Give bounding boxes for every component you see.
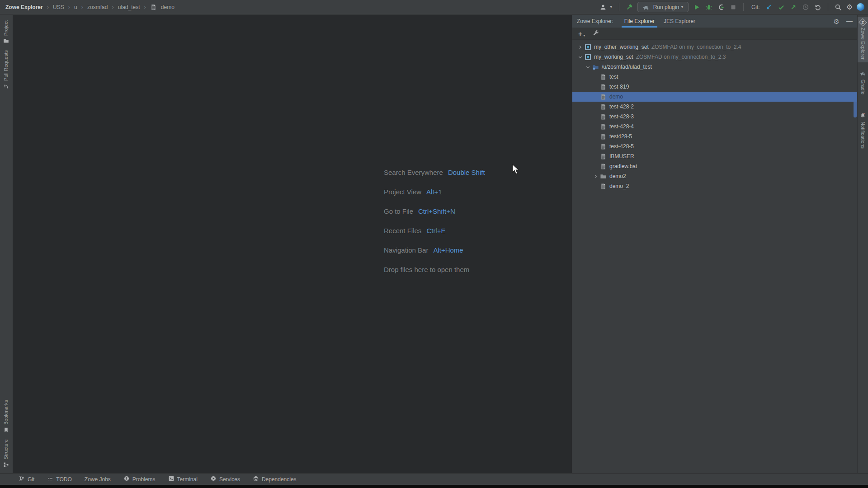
- git-push-button[interactable]: [789, 3, 797, 11]
- shortcut-label: Recent Files: [384, 227, 421, 235]
- settings-gear-icon[interactable]: ⚙: [846, 4, 853, 11]
- tree-row-demo-2[interactable]: demo_2: [572, 181, 857, 191]
- git-commit-button[interactable]: [777, 3, 785, 11]
- tree-row-ibmuser[interactable]: IBMUSER: [572, 151, 857, 161]
- rollback-button[interactable]: [814, 3, 822, 11]
- uss-file-icon: [599, 133, 607, 140]
- working-set-icon: [584, 43, 591, 51]
- chevron-right-icon[interactable]: [591, 174, 599, 179]
- toolwindow-button-label: TODO: [56, 476, 71, 483]
- panel-title: Zowe Explorer:: [577, 18, 613, 24]
- tree-item-label: test428-5: [609, 133, 632, 140]
- status-strip: [0, 485, 868, 488]
- run-button[interactable]: [693, 3, 701, 11]
- uss-file-icon: [599, 73, 607, 80]
- shortcut-row: Navigation Bar Alt+Home: [384, 246, 485, 254]
- tree-row-test-428-4[interactable]: test-428-4: [572, 122, 857, 131]
- todo-list-icon: [47, 475, 53, 483]
- breadcrumb-item-demo[interactable]: demo: [161, 4, 175, 10]
- breadcrumb-item-zowe-explorer[interactable]: Zowe Explorer: [5, 4, 43, 10]
- tab-jes-explorer[interactable]: JES Explorer: [659, 15, 700, 28]
- uss-file-icon: [599, 83, 607, 90]
- working-set-icon: [584, 53, 591, 61]
- chevron-right-icon[interactable]: [576, 45, 584, 50]
- sidebar-item-bookmarks[interactable]: Bookmarks: [3, 397, 9, 436]
- add-profile-button[interactable]: +▼: [578, 30, 586, 38]
- toolbar-divider: [828, 3, 828, 11]
- toolwindow-button-zowe-jobs[interactable]: Zowe Jobs: [78, 474, 117, 485]
- breadcrumb-item-uss[interactable]: USS: [53, 4, 64, 10]
- tree-row-test-819[interactable]: test-819: [572, 82, 857, 92]
- run-configuration-label: Run plugin: [653, 4, 679, 10]
- file-icon: [150, 3, 157, 11]
- toolwindow-button-problems[interactable]: Problems: [117, 474, 162, 485]
- ide-sphere-icon[interactable]: [857, 3, 864, 11]
- stop-button[interactable]: [729, 3, 737, 11]
- user-icon[interactable]: [599, 3, 607, 11]
- git-update-button[interactable]: [765, 3, 773, 11]
- tree-item-label: test-428-3: [609, 113, 634, 120]
- right-stripe-group: ZZowe ExplorerGradleNotifications: [858, 17, 868, 151]
- tree-item-label: my_working_set: [594, 54, 633, 60]
- run-configuration-select[interactable]: Run plugin ▼: [637, 2, 689, 12]
- minimize-panel-icon[interactable]: —: [846, 18, 853, 24]
- panel-settings-gear-icon[interactable]: ⚙: [834, 18, 840, 25]
- tree-item-label: IBMUSER: [609, 153, 634, 160]
- toolwindow-button-dependencies[interactable]: Dependencies: [246, 474, 303, 485]
- shortcut-keys: Alt+1: [426, 188, 442, 196]
- left-tool-stripe: ProjectPull Requests BookmarksStructure: [0, 15, 12, 473]
- tree-scrollbar-thumb[interactable]: [854, 94, 857, 117]
- problems-icon: [123, 475, 130, 483]
- zowe-explorer-panel: Zowe Explorer: File Explorer JES Explore…: [572, 15, 857, 473]
- uss-file-icon: [599, 123, 607, 130]
- shortcut-row: Go to File Ctrl+Shift+N: [384, 207, 485, 215]
- tree-row--u-zosmfad-ulad-test[interactable]: /u/zosmfad/ulad_test: [572, 62, 857, 72]
- run-coverage-button[interactable]: [717, 3, 725, 11]
- toolwindow-button-git[interactable]: Git: [12, 474, 41, 485]
- tree-row-test[interactable]: test: [572, 72, 857, 82]
- sidebar-item-label: Project: [3, 20, 9, 36]
- search-everywhere-icon[interactable]: [834, 3, 842, 11]
- tree-row-test-428-3[interactable]: test-428-3: [572, 112, 857, 122]
- tree-row-test428-5[interactable]: test428-5: [572, 131, 857, 141]
- tree-item-label: demo_2: [609, 183, 629, 189]
- toolwindow-button-services[interactable]: Services: [204, 474, 246, 485]
- sidebar-item-project[interactable]: Project: [3, 18, 9, 47]
- toolwindow-button-terminal[interactable]: Terminal: [162, 474, 204, 485]
- sidebar-item-label: Gradle: [860, 80, 866, 94]
- tree-row-demo[interactable]: demo: [572, 92, 857, 102]
- wrench-icon[interactable]: [592, 29, 600, 38]
- tree-row-test-428-5[interactable]: test-428-5: [572, 141, 857, 151]
- sidebar-item-gradle[interactable]: Gradle: [860, 68, 866, 97]
- tree-row-my-other-working-set[interactable]: my_other_working_setZOSMFAD on my_connec…: [572, 42, 857, 52]
- tree-row-gradlew-bat[interactable]: gradlew.bat: [572, 161, 857, 171]
- terminal-icon: [168, 475, 175, 483]
- toolwindow-button-todo[interactable]: TODO: [41, 474, 78, 485]
- debug-button[interactable]: [705, 3, 713, 11]
- folder-icon: [599, 173, 607, 180]
- breadcrumb-item-zosmfad[interactable]: zosmfad: [87, 4, 108, 10]
- shortcut-label: Go to File: [384, 207, 413, 215]
- chevron-down-icon: ▼: [680, 5, 684, 9]
- tree-item-label: test-428-5: [609, 143, 634, 150]
- build-hammer-icon[interactable]: [625, 3, 633, 11]
- editor-empty-area[interactable]: Search Everywhere Double Shift Project V…: [13, 15, 572, 473]
- breadcrumb-item-u[interactable]: u: [74, 4, 77, 10]
- sidebar-item-structure[interactable]: Structure: [3, 436, 9, 471]
- left-stripe-top-group: ProjectPull Requests: [0, 18, 12, 93]
- tree-row-test-428-2[interactable]: test-428-2: [572, 102, 857, 112]
- chevron-down-icon[interactable]: [576, 55, 584, 60]
- sidebar-item-notifications[interactable]: Notifications: [860, 110, 866, 151]
- chevron-down-icon[interactable]: [584, 65, 592, 70]
- breadcrumb-separator-icon: ›: [68, 4, 70, 10]
- history-button[interactable]: [802, 3, 810, 11]
- tree-row-demo2[interactable]: demo2: [572, 171, 857, 181]
- main-toolbar: Zowe Explorer›USS›u›zosmfad›ulad_test›de…: [0, 0, 868, 14]
- tree-row-my-working-set[interactable]: my_working_setZOSMFAD on my_connection_t…: [572, 52, 857, 62]
- breadcrumb-item-ulad-test[interactable]: ulad_test: [118, 4, 140, 10]
- sidebar-item-zowe-explorer[interactable]: ZZowe Explorer: [858, 17, 868, 62]
- sidebar-item-pull-requests[interactable]: Pull Requests: [3, 47, 9, 93]
- shortcut-label: Drop files here to open them: [384, 266, 469, 273]
- tab-file-explorer[interactable]: File Explorer: [620, 15, 659, 28]
- shortcut-row: Recent Files Ctrl+E: [384, 227, 485, 235]
